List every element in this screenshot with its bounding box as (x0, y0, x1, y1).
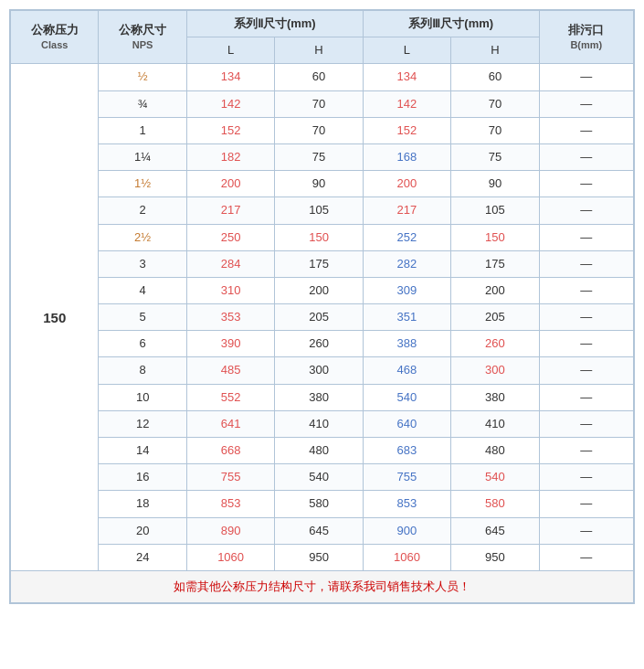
s2h-cell: 480 (275, 438, 363, 464)
s2l-cell: 755 (186, 464, 274, 491)
s2h-cell: 90 (275, 171, 363, 197)
nps-cell: ¾ (99, 90, 186, 117)
s3h-cell: 260 (451, 331, 539, 357)
s3l-cell: 640 (363, 410, 450, 437)
s3h-cell: 90 (451, 171, 539, 197)
s2h-cell: 580 (275, 491, 363, 517)
s3h-cell: 380 (451, 384, 539, 410)
s2l-cell: 142 (186, 90, 274, 117)
s3l-cell: 468 (363, 357, 450, 384)
s3h-cell: 70 (451, 117, 539, 143)
header-series2: 系列Ⅱ尺寸(mm) (186, 11, 363, 37)
drain-cell: — (539, 117, 633, 143)
s2l-cell: 310 (186, 277, 274, 303)
s3h-cell: 540 (451, 464, 539, 491)
s2l-cell: 485 (186, 357, 274, 384)
s3h-cell: 205 (451, 304, 539, 331)
drain-cell: — (539, 464, 633, 491)
table-row: 2410609501060950— (11, 544, 634, 570)
nps-cell: 5 (99, 304, 186, 331)
s3h-cell: 150 (451, 224, 539, 250)
header-s3-H: H (451, 37, 539, 64)
s2l-cell: 217 (186, 197, 274, 224)
s2l-cell: 853 (186, 491, 274, 517)
s3l-cell: 755 (363, 464, 450, 491)
s2h-cell: 200 (275, 277, 363, 303)
header-class: 公称压力 Class (11, 11, 99, 64)
s3l-cell: 900 (363, 517, 450, 544)
s2h-cell: 410 (275, 410, 363, 437)
nps-cell: 1 (99, 117, 186, 143)
s3h-cell: 300 (451, 357, 539, 384)
drain-cell: — (539, 250, 633, 277)
table-row: 6390260388260— (11, 331, 634, 357)
table-row: 16755540755540— (11, 464, 634, 491)
s3h-cell: 645 (451, 517, 539, 544)
s3l-cell: 540 (363, 384, 450, 410)
nps-cell: 6 (99, 331, 186, 357)
table-row: 8485300468300— (11, 357, 634, 384)
table-row: ¾1427014270— (11, 90, 634, 117)
table-row: 20890645900645— (11, 517, 634, 544)
s3h-cell: 200 (451, 277, 539, 303)
s3l-cell: 217 (363, 197, 450, 224)
table-row: 150½1346013460— (11, 64, 634, 90)
drain-cell: — (539, 410, 633, 437)
s3l-cell: 309 (363, 277, 450, 303)
s2h-cell: 205 (275, 304, 363, 331)
table-row: 14668480683480— (11, 438, 634, 464)
s3l-cell: 252 (363, 224, 450, 250)
s3l-cell: 200 (363, 171, 450, 197)
s3h-cell: 950 (451, 544, 539, 570)
nps-cell: 18 (99, 491, 186, 517)
s3l-cell: 1060 (363, 544, 450, 570)
table-row: 4310200309200— (11, 277, 634, 303)
class-cell: 150 (11, 64, 99, 571)
s2l-cell: 890 (186, 517, 274, 544)
nps-cell: 3 (99, 250, 186, 277)
s2h-cell: 380 (275, 384, 363, 410)
s3l-cell: 168 (363, 143, 450, 170)
s2l-cell: 1060 (186, 544, 274, 570)
s3l-cell: 388 (363, 331, 450, 357)
table-row: 1¼1827516875— (11, 143, 634, 170)
data-table: 公称压力 Class 公称尺寸 NPS 系列Ⅱ尺寸(mm) 系列Ⅲ尺寸(mm) … (10, 10, 634, 603)
s3l-cell: 142 (363, 90, 450, 117)
s2l-cell: 390 (186, 331, 274, 357)
s3h-cell: 105 (451, 197, 539, 224)
header-row-1: 公称压力 Class 公称尺寸 NPS 系列Ⅱ尺寸(mm) 系列Ⅲ尺寸(mm) … (11, 11, 634, 37)
s2h-cell: 105 (275, 197, 363, 224)
table-row: 5353205351205— (11, 304, 634, 331)
s2h-cell: 300 (275, 357, 363, 384)
s2h-cell: 950 (275, 544, 363, 570)
drain-cell: — (539, 90, 633, 117)
s2l-cell: 668 (186, 438, 274, 464)
s3l-cell: 134 (363, 64, 450, 90)
nps-cell: 10 (99, 384, 186, 410)
nps-cell: ½ (99, 64, 186, 90)
nps-cell: 8 (99, 357, 186, 384)
drain-cell: — (539, 491, 633, 517)
main-table-container: 公称压力 Class 公称尺寸 NPS 系列Ⅱ尺寸(mm) 系列Ⅲ尺寸(mm) … (9, 9, 635, 604)
nps-cell: 2½ (99, 224, 186, 250)
s2h-cell: 175 (275, 250, 363, 277)
s3h-cell: 60 (451, 64, 539, 90)
s2l-cell: 353 (186, 304, 274, 331)
s3h-cell: 70 (451, 90, 539, 117)
s2h-cell: 75 (275, 143, 363, 170)
drain-cell: — (539, 544, 633, 570)
drain-cell: — (539, 517, 633, 544)
header-s2-L: L (186, 37, 274, 64)
s3h-cell: 175 (451, 250, 539, 277)
s2l-cell: 200 (186, 171, 274, 197)
table-body: 150½1346013460—¾1427014270—11527015270—1… (11, 64, 634, 571)
drain-cell: — (539, 331, 633, 357)
s2l-cell: 250 (186, 224, 274, 250)
table-row: 11527015270— (11, 117, 634, 143)
drain-cell: — (539, 64, 633, 90)
s3l-cell: 351 (363, 304, 450, 331)
table-row: 2½250150252150— (11, 224, 634, 250)
s3h-cell: 580 (451, 491, 539, 517)
nps-cell: 20 (99, 517, 186, 544)
s3l-cell: 152 (363, 117, 450, 143)
